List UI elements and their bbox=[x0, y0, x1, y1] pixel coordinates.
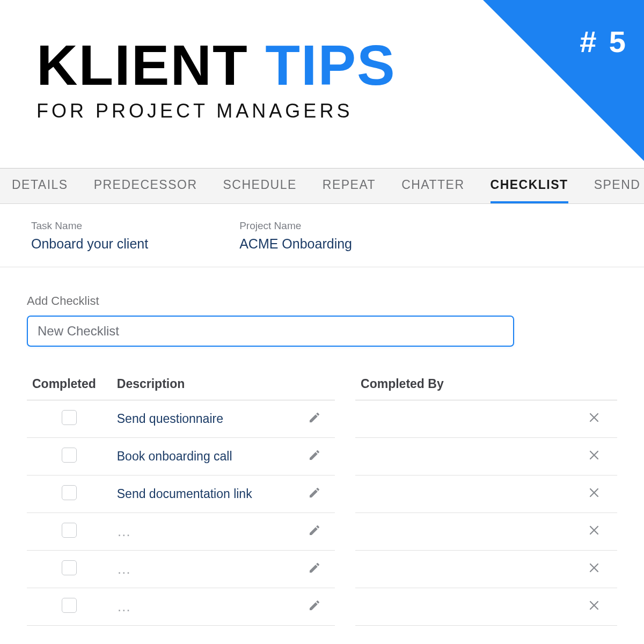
table-row bbox=[355, 475, 617, 513]
task-name-label: Task Name bbox=[31, 220, 148, 232]
col-completed-by-header: Completed By bbox=[355, 368, 570, 400]
completed-checkbox[interactable] bbox=[62, 448, 77, 463]
checklist-table-left: Completed Description Send questionnaire… bbox=[27, 368, 335, 626]
tip-number: # 5 bbox=[580, 24, 628, 59]
table-row bbox=[355, 438, 617, 475]
close-icon[interactable] bbox=[588, 561, 601, 574]
checklist-item-link[interactable]: Send documentation link bbox=[117, 487, 252, 501]
title-klient: KLIENT bbox=[36, 33, 248, 97]
add-checklist-input[interactable] bbox=[27, 316, 514, 347]
tab-repeat[interactable]: REPEAT bbox=[323, 169, 376, 203]
completed-by-cell bbox=[355, 513, 570, 551]
table-row: Send documentation link bbox=[27, 475, 335, 513]
table-row bbox=[355, 588, 617, 626]
placeholder-dots: … bbox=[117, 561, 133, 577]
tab-chatter[interactable]: CHATTER bbox=[401, 169, 464, 203]
table-row bbox=[355, 551, 617, 588]
project-name-block: Project Name ACME Onboarding bbox=[239, 220, 352, 252]
completed-checkbox[interactable] bbox=[62, 410, 77, 425]
table-row: Book onboarding call bbox=[27, 438, 335, 475]
checklist-item-link[interactable]: Send questionnaire bbox=[117, 412, 223, 426]
tab-schedule[interactable]: SCHEDULE bbox=[223, 169, 297, 203]
placeholder-dots: … bbox=[117, 523, 133, 539]
tabbar: DETAILSPREDECESSORSCHEDULEREPEATCHATTERC… bbox=[0, 169, 644, 204]
meta-row: Task Name Onboard your client Project Na… bbox=[0, 204, 644, 267]
pencil-icon[interactable] bbox=[308, 561, 321, 574]
table-row: … bbox=[27, 551, 335, 588]
completed-by-cell bbox=[355, 588, 570, 626]
close-icon[interactable] bbox=[588, 599, 601, 612]
completed-checkbox[interactable] bbox=[62, 560, 77, 575]
table-row: … bbox=[27, 513, 335, 551]
col-delete-header bbox=[570, 368, 617, 400]
project-name-label: Project Name bbox=[239, 220, 352, 232]
close-icon[interactable] bbox=[588, 411, 601, 424]
add-checklist-label: Add Checklist bbox=[27, 294, 617, 308]
table-row bbox=[355, 400, 617, 438]
col-completed-header: Completed bbox=[27, 368, 112, 400]
completed-checkbox[interactable] bbox=[62, 598, 77, 613]
checklist-item-link[interactable]: Book onboarding call bbox=[117, 449, 232, 463]
completed-by-cell bbox=[355, 438, 570, 475]
pencil-icon[interactable] bbox=[308, 449, 321, 462]
project-name-link[interactable]: ACME Onboarding bbox=[239, 236, 352, 252]
table-row bbox=[355, 513, 617, 551]
pencil-icon[interactable] bbox=[308, 411, 321, 424]
close-icon[interactable] bbox=[588, 486, 601, 499]
tab-predecessor[interactable]: PREDECESSOR bbox=[94, 169, 197, 203]
col-edit-header bbox=[294, 368, 335, 400]
tab-details[interactable]: DETAILS bbox=[12, 169, 68, 203]
title-tips: TIPS bbox=[265, 33, 396, 97]
table-row: Send questionnaire bbox=[27, 400, 335, 438]
tab-spend[interactable]: SPEND bbox=[594, 169, 641, 203]
task-name-link[interactable]: Onboard your client bbox=[31, 236, 148, 252]
placeholder-dots: … bbox=[117, 598, 133, 614]
col-description-header: Description bbox=[112, 368, 294, 400]
app-panel: DETAILSPREDECESSORSCHEDULEREPEATCHATTERC… bbox=[0, 168, 644, 626]
completed-by-cell bbox=[355, 400, 570, 438]
task-name-block: Task Name Onboard your client bbox=[31, 220, 148, 252]
close-icon[interactable] bbox=[588, 449, 601, 462]
completed-checkbox[interactable] bbox=[62, 485, 77, 500]
pencil-icon[interactable] bbox=[308, 599, 321, 612]
checklist-content: Add Checklist Completed Description Send… bbox=[0, 267, 644, 626]
pencil-icon[interactable] bbox=[308, 524, 321, 537]
tab-checklist[interactable]: CHECKLIST bbox=[491, 169, 568, 203]
close-icon[interactable] bbox=[588, 524, 601, 537]
table-row: … bbox=[27, 588, 335, 626]
completed-checkbox[interactable] bbox=[62, 523, 77, 538]
checklist-table-right: Completed By bbox=[355, 368, 617, 626]
completed-by-cell bbox=[355, 551, 570, 588]
completed-by-cell bbox=[355, 475, 570, 513]
pencil-icon[interactable] bbox=[308, 486, 321, 499]
checklist-tables: Completed Description Send questionnaire… bbox=[27, 368, 617, 626]
